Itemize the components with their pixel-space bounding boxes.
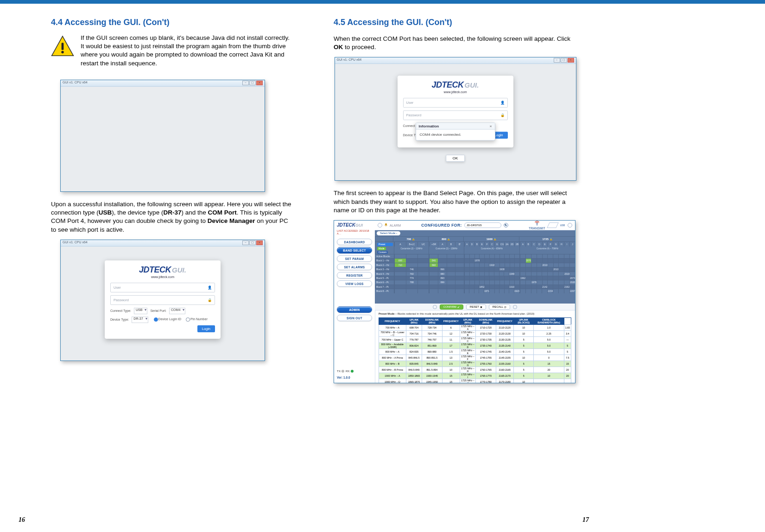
circle-icon[interactable] xyxy=(568,223,572,228)
page-number-left: 16 xyxy=(19,516,25,524)
svg-rect-1 xyxy=(62,43,64,50)
usb-label: USB xyxy=(560,224,565,227)
password-field[interactable]: Password🔒 xyxy=(403,110,508,120)
band-800: 800🔒 xyxy=(428,237,463,241)
mode-pill[interactable]: Mode xyxy=(377,247,386,250)
frequency-table: FREQUENCYUPLINK (MHz)DOWNLINK (MHz)FREQU… xyxy=(379,317,571,383)
nav-dashboard[interactable]: DASHBOARD xyxy=(337,239,372,245)
table-row: 800 MHz – A Prime845-846.5890-891.513172… xyxy=(379,355,571,361)
table-row: 700 MHz – Upper C776-787746-757111725 MH… xyxy=(379,337,571,343)
radio-device-login-id[interactable] xyxy=(154,317,158,322)
usb-indicator xyxy=(547,222,559,228)
info-dialog: Information× COM4 device connected. xyxy=(416,123,495,141)
band-matrix: Select Mode › 700🔒 800🔒 1900🔒 1725🔒 Pres… xyxy=(375,230,575,304)
window-buttons[interactable]: –▢× xyxy=(553,58,574,63)
table-row: 700 MHz – A698-704728-73461725 MHz – A17… xyxy=(379,325,571,331)
connect-type-label: Connect Type: xyxy=(110,309,131,312)
paragraph-ok: When the correct COM Port has been selec… xyxy=(334,35,577,51)
nav-admin[interactable]: ADMIN xyxy=(337,306,372,313)
table-row: 1900 MHz – A1850-18651930-1945151725 MHz… xyxy=(379,373,571,379)
preset-mode-note: Preset Mode – Blocks selected in this mo… xyxy=(375,310,575,317)
svg-point-2 xyxy=(61,51,63,53)
table-row: 800 MHz – Available (+SMR)806-824851-869… xyxy=(379,343,571,349)
tx-rx-indicator: TX: RX: xyxy=(337,370,354,373)
page-17: 4.5 Accessing the GUI. (Con't) When the … xyxy=(334,14,577,383)
window-buttons[interactable]: –▢× xyxy=(242,241,263,246)
configured-for-label: CONFIGURED FOR: xyxy=(421,223,462,228)
circle-icon[interactable] xyxy=(513,305,517,309)
user-icon: 👤 xyxy=(208,285,212,290)
screenshot-com-connected: GUI v1: CPU x64 –▢× JDTECKGUI. www.jdtec… xyxy=(335,57,576,181)
header-accent-bar xyxy=(0,0,765,4)
version-label: Ver: 1.0.0 xyxy=(337,376,350,379)
page-16: 4.4 Accessing the GUI. (Con't) If the GU… xyxy=(51,14,294,369)
app-topbar: ALARM CONFIGURED FOR: ✎ TRANSMIT USB xyxy=(375,221,575,230)
user-field[interactable]: User👤 xyxy=(403,98,508,108)
serial-port-select[interactable]: COM4 xyxy=(169,308,185,314)
warning-icon xyxy=(51,35,74,73)
matrix-row: Block 7 – Pt1852191021422192 xyxy=(375,285,575,289)
alarm-label: ALARM xyxy=(390,224,401,227)
section-heading-4-4: 4.4 Accessing the GUI. (Con't) xyxy=(51,18,294,27)
close-icon[interactable]: × xyxy=(490,124,492,128)
ok-button[interactable]: OK xyxy=(446,155,465,162)
table-row: 1900 MHz – D1865-18701945-1950151725 MHz… xyxy=(379,379,571,383)
user-field[interactable]: User 👤 xyxy=(110,283,215,292)
screenshot-blank-login: GUI v1: CPU x64 –▢× xyxy=(60,80,265,192)
nav-view-logs[interactable]: VIEW LOGS xyxy=(337,280,372,287)
info-body: COM4 device connected. xyxy=(416,130,495,140)
window-title: GUI v1: CPU x64 xyxy=(63,81,88,86)
device-type-label: Device Type: xyxy=(110,318,129,321)
table-row: 800 MHz – B835-845846.5-8492.51725 MHz –… xyxy=(379,361,571,367)
matrix-row: Block 1 – Hz69884618781976 xyxy=(375,258,575,262)
band-1900: 1900🔒 xyxy=(463,237,519,241)
action-row: CONFIRM ✔ RESET ✖ RECALL ⟳ xyxy=(375,304,575,310)
connect-type-select[interactable]: USB xyxy=(134,308,147,314)
bell-icon[interactable] xyxy=(384,222,388,228)
lock-icon: 🔒 xyxy=(208,298,212,302)
nav-sign-out[interactable]: SIGN OUT xyxy=(337,315,372,321)
serial-port-label: Serial Port: xyxy=(150,309,166,312)
band-700: 700🔒 xyxy=(393,237,428,241)
antenna-icon: TRANSMIT xyxy=(529,221,545,230)
table-row: 800 MHz – B Prime846.5-849891.5-89410172… xyxy=(379,367,571,373)
nav-set-alarms[interactable]: SET ALARMS xyxy=(337,264,372,270)
password-field[interactable]: Password 🔒 xyxy=(110,295,215,305)
paragraph-com-port: Upon a successful installation, the foll… xyxy=(51,200,294,234)
nav-band-select[interactable]: BAND SELECT xyxy=(337,247,372,253)
window-title: GUI v1: CPU x64 xyxy=(63,241,88,246)
matrix-row: Block 3 – Hz74686619382013 xyxy=(375,267,575,271)
info-title: Information xyxy=(419,124,439,128)
confirm-button[interactable]: CONFIRM ✔ xyxy=(440,304,463,310)
page-number-right: 17 xyxy=(582,516,589,524)
svg-point-3 xyxy=(537,223,537,224)
reset-button[interactable]: RESET ✖ xyxy=(466,304,486,310)
circle-icon[interactable] xyxy=(378,223,382,228)
device-type-select[interactable]: DR-37 xyxy=(132,317,148,323)
nav-register[interactable]: REGISTER xyxy=(337,272,372,279)
section-heading-4-5: 4.5 Accessing the GUI. (Con't) xyxy=(334,18,577,27)
nav-set-param[interactable]: SET PARAM xyxy=(337,255,372,262)
last-accessed: LAST ACCESSED: 20/10/18 A… xyxy=(334,229,375,237)
matrix-row: Block 6 – Pt78889919782028 xyxy=(375,280,575,284)
window-buttons[interactable]: –▢× xyxy=(242,81,263,86)
matrix-row: Active Blocks xyxy=(375,254,575,258)
custom-pill[interactable]: Custom xyxy=(377,251,388,254)
select-mode-tab[interactable]: Select Mode › xyxy=(377,231,400,235)
jdteck-logo: JDTECKGUI. www.jdteck.com xyxy=(110,265,215,279)
window-title: GUI v1: CPU x64 xyxy=(337,58,362,63)
matrix-row: Block 8 – Pt1871192321542297 xyxy=(375,289,575,293)
edit-icon[interactable]: ✎ xyxy=(504,223,508,228)
recall-button[interactable]: RECALL ⟳ xyxy=(489,304,510,310)
preset-pill[interactable]: Preset xyxy=(377,243,393,246)
app-sidebar: function toString() { [native code] }JDT… xyxy=(334,221,375,383)
window-titlebar: GUI v1: CPU x64 –▢× xyxy=(335,57,576,64)
screenshot-login: GUI v1: CPU x64 –▢× JDTECKGUI. www.jdtec… xyxy=(60,240,265,361)
circle-icon[interactable] xyxy=(433,305,437,309)
jdteck-logo: function toString() { [native code] }JDT… xyxy=(334,221,375,229)
radio-pin-number[interactable] xyxy=(186,317,190,322)
login-button[interactable]: Login xyxy=(197,325,215,332)
window-titlebar: GUI v1: CPU x64 –▢× xyxy=(61,80,265,87)
configured-for-input[interactable] xyxy=(464,222,501,228)
warning-block: If the GUI screen comes up blank, it's b… xyxy=(51,35,294,73)
